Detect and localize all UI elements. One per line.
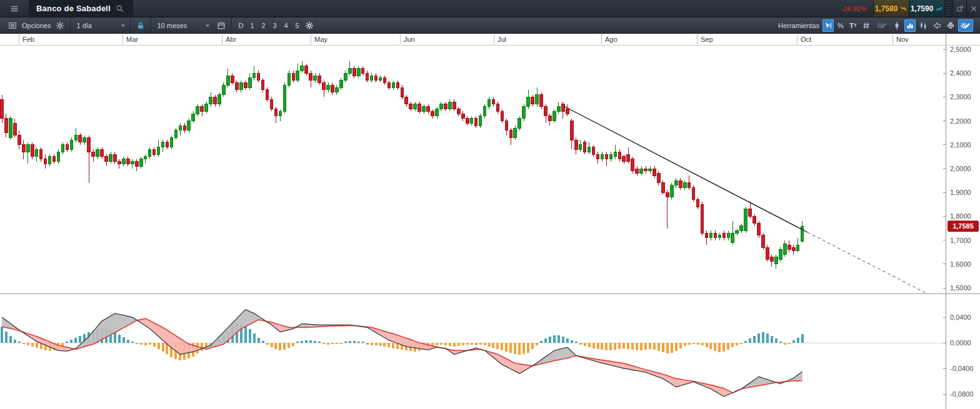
cursor-tool-button[interactable]: [822, 19, 834, 32]
candle[interactable]: [1, 95, 4, 124]
candle[interactable]: [683, 180, 686, 190]
candle[interactable]: [388, 81, 391, 90]
popout-button[interactable]: [952, 0, 966, 17]
chevron-down-icon[interactable]: [204, 22, 211, 29]
candle[interactable]: [592, 145, 595, 157]
candle[interactable]: [118, 159, 121, 169]
candle[interactable]: [101, 147, 104, 159]
candle[interactable]: [427, 104, 430, 114]
candle[interactable]: [322, 81, 326, 97]
chart-settings-button[interactable]: [958, 19, 973, 32]
candle[interactable]: [214, 95, 217, 107]
candle[interactable]: [231, 73, 234, 85]
candle[interactable]: [240, 81, 243, 92]
candle[interactable]: [109, 152, 112, 164]
candle[interactable]: [527, 90, 530, 109]
candle[interactable]: [666, 190, 669, 228]
candle[interactable]: [66, 142, 69, 152]
instrument-title-block[interactable]: Banco de Sabadell: [29, 0, 133, 17]
period-button-5[interactable]: 5: [292, 19, 302, 32]
text-tool-button[interactable]: TT: [848, 19, 859, 32]
candle[interactable]: [509, 128, 512, 145]
price-chart-canvas[interactable]: FebMarAbrMayJunJulAgoSepOctNov2,50002,40…: [0, 34, 980, 409]
percent-scale-button[interactable]: %: [835, 19, 846, 32]
candle[interactable]: [96, 147, 99, 159]
candle[interactable]: [736, 229, 739, 235]
candle[interactable]: [749, 202, 752, 219]
candle[interactable]: [39, 147, 42, 162]
candle[interactable]: [383, 76, 386, 85]
candle[interactable]: [5, 114, 8, 137]
candle[interactable]: [144, 154, 147, 164]
candle[interactable]: [705, 230, 708, 245]
candle[interactable]: [644, 166, 648, 173]
candle[interactable]: [640, 166, 643, 175]
candle[interactable]: [579, 140, 582, 152]
candle[interactable]: [70, 137, 73, 152]
candle[interactable]: [618, 149, 621, 161]
candle[interactable]: [458, 107, 461, 116]
candle[interactable]: [566, 104, 569, 116]
candle[interactable]: [609, 152, 612, 161]
candle[interactable]: [409, 102, 412, 111]
candle[interactable]: [505, 119, 508, 136]
candle[interactable]: [340, 78, 343, 90]
candle[interactable]: [718, 233, 721, 240]
candle[interactable]: [336, 85, 339, 94]
candle[interactable]: [331, 82, 334, 94]
candle[interactable]: [636, 166, 639, 175]
candle[interactable]: [461, 111, 464, 121]
candle[interactable]: [196, 104, 199, 116]
candle[interactable]: [622, 154, 626, 164]
candle[interactable]: [83, 136, 86, 145]
trendline-projection[interactable]: [808, 232, 926, 293]
trendline[interactable]: [564, 106, 808, 232]
candle[interactable]: [270, 97, 273, 111]
period-button-2[interactable]: 2: [258, 19, 268, 32]
period-button-1[interactable]: 1: [247, 19, 257, 32]
candle[interactable]: [549, 114, 552, 126]
buy-button[interactable]: 1,7590: [909, 0, 944, 17]
candle[interactable]: [753, 214, 756, 226]
candle[interactable]: [470, 116, 473, 126]
drag-handle[interactable]: [944, 0, 952, 17]
candle[interactable]: [740, 224, 743, 233]
interval-select[interactable]: 1 día: [76, 22, 114, 29]
candle[interactable]: [370, 73, 373, 82]
grid-tool-button[interactable]: [860, 19, 872, 32]
close-button[interactable]: [966, 0, 980, 17]
candle[interactable]: [758, 221, 761, 238]
candle[interactable]: [784, 240, 787, 257]
candle[interactable]: [205, 102, 208, 114]
candle[interactable]: [692, 185, 695, 202]
candle[interactable]: [574, 137, 578, 154]
candle[interactable]: [22, 140, 26, 159]
candle[interactable]: [379, 76, 382, 82]
candle[interactable]: [744, 207, 748, 233]
candle[interactable]: [796, 238, 799, 252]
candle[interactable]: [479, 114, 482, 128]
candle[interactable]: [26, 142, 29, 164]
candle[interactable]: [122, 157, 126, 166]
candle[interactable]: [562, 102, 565, 119]
candle[interactable]: [488, 97, 491, 109]
candle[interactable]: [453, 99, 456, 111]
candle[interactable]: [449, 99, 452, 111]
candle[interactable]: [244, 81, 247, 90]
candle[interactable]: [675, 178, 678, 187]
pattern-tool-button[interactable]: [917, 19, 929, 32]
candle[interactable]: [627, 147, 630, 164]
candle[interactable]: [135, 159, 138, 171]
candle[interactable]: [35, 147, 38, 162]
candle[interactable]: [492, 97, 495, 106]
candle[interactable]: [88, 136, 91, 183]
candle[interactable]: [92, 149, 95, 161]
candle[interactable]: [161, 140, 164, 152]
candle[interactable]: [801, 221, 804, 242]
candle[interactable]: [183, 123, 186, 132]
candle[interactable]: [522, 104, 526, 121]
period-button-4[interactable]: 4: [281, 19, 291, 32]
chevron-down-icon[interactable]: [119, 22, 127, 29]
chart-type-button[interactable]: [904, 19, 916, 32]
candle[interactable]: [222, 82, 226, 97]
